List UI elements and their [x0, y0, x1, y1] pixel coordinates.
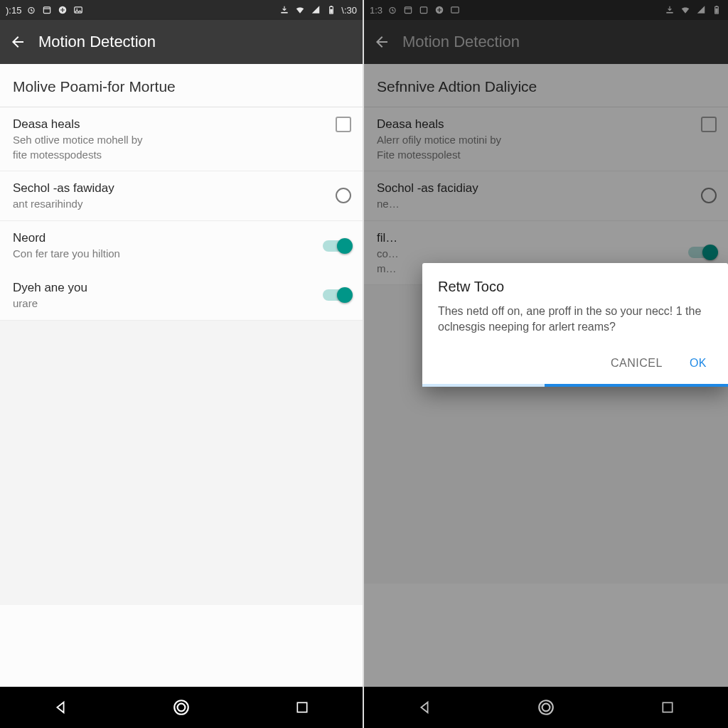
dialog-progress [422, 384, 728, 387]
svg-rect-11 [297, 702, 306, 712]
setting-sub: Con fer tare you hiltion [13, 247, 320, 261]
setting-deasa-heals[interactable]: Deasa heals Seh otlive motice mohell by … [0, 107, 363, 171]
nav-home-button[interactable] [167, 693, 196, 722]
setting-title: Sechol -as fawiday [13, 181, 320, 196]
dialog-body: Thes netd off on, ane proff in the so yo… [438, 304, 712, 336]
setting-sub: Seh otlive motice mohell by [13, 133, 320, 147]
status-clock-left: ):15 [6, 5, 21, 16]
wifi-icon [294, 4, 306, 16]
svg-point-5 [77, 9, 78, 10]
settings-list: Molive Poami-for Mortue Deasa heals Seh … [0, 64, 363, 687]
setting-title: Deasa heals [13, 117, 320, 132]
setting-neord[interactable]: Neord Con fer tare you hiltion [0, 221, 363, 271]
confirm-dialog: Retw Toco Thes netd off on, ane proff in… [422, 263, 728, 387]
app-bar: Motion Detection [0, 20, 363, 64]
checkbox[interactable] [336, 117, 351, 132]
nav-bar [0, 687, 363, 728]
nav-recent-button[interactable] [288, 693, 316, 722]
setting-sub: ant resarihindy [13, 197, 320, 211]
image-icon [73, 4, 84, 16]
svg-rect-1 [44, 7, 50, 14]
download-icon [279, 4, 290, 16]
setting-sub2: fite motesspodests [13, 149, 320, 161]
radio[interactable] [336, 188, 351, 203]
section-header: Molive Poami-for Mortue [0, 64, 363, 107]
dialog-title: Retw Toco [438, 279, 712, 295]
setting-dyeh[interactable]: Dyeh ane you urare [0, 271, 363, 321]
setting-title: Neord [13, 231, 320, 245]
status-bar: ):15 \:30 [0, 0, 363, 20]
cancel-button[interactable]: CANICEL [608, 353, 665, 374]
status-clock-right: \:30 [341, 5, 357, 16]
phone-right: 1:3 Motion Detection Sefnnive Adtion Dal… [364, 0, 728, 728]
calendar-icon [41, 4, 53, 16]
plus-circle-icon [57, 4, 68, 16]
svg-rect-7 [331, 6, 332, 6]
signal-icon [310, 4, 321, 16]
switch[interactable] [323, 289, 351, 301]
phone-left: ):15 \:30 Motion Detection Molive Poami-… [0, 0, 364, 728]
setting-sub: urare [13, 296, 320, 311]
svg-point-9 [174, 700, 188, 714]
alarm-icon [26, 4, 37, 16]
svg-rect-8 [331, 9, 333, 14]
ok-button[interactable]: OK [687, 353, 710, 374]
setting-sechol[interactable]: Sechol -as fawiday ant resarihindy [0, 171, 363, 222]
battery-icon [326, 4, 337, 16]
nav-back-button[interactable] [46, 693, 75, 722]
dialog-actions: CANICEL OK [438, 348, 712, 384]
page-title: Motion Detection [38, 33, 156, 51]
back-button[interactable] [9, 33, 27, 51]
switch[interactable] [323, 240, 351, 252]
setting-title: Dyeh ane you [13, 281, 320, 295]
svg-point-10 [178, 704, 186, 712]
